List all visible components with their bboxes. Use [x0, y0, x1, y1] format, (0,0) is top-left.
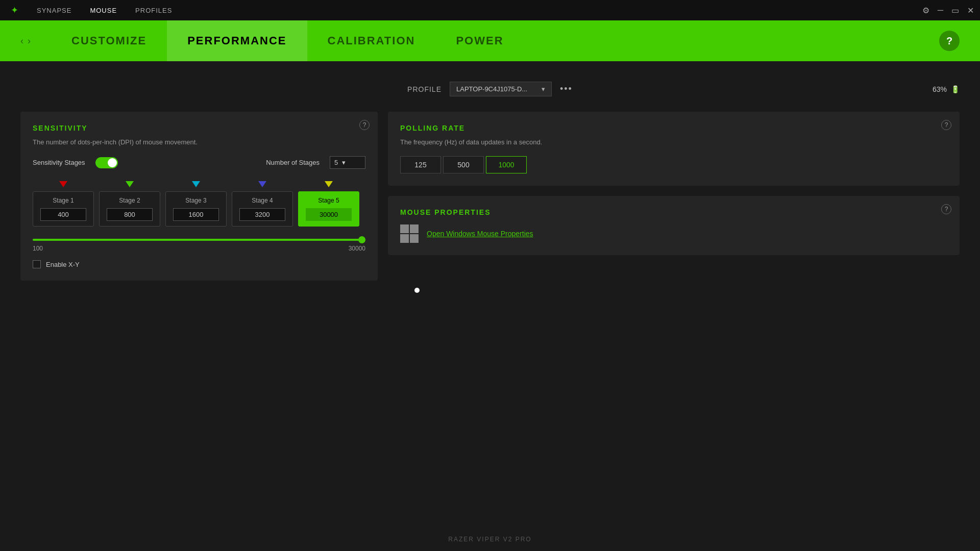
- back-arrow[interactable]: ‹: [20, 36, 23, 46]
- forward-arrow[interactable]: ›: [28, 36, 31, 46]
- profile-more-button[interactable]: •••: [560, 84, 573, 94]
- battery-icon: 🔋: [951, 85, 960, 93]
- stage-1-label: Stage 1: [38, 197, 88, 204]
- stage-3-input[interactable]: [173, 208, 219, 221]
- stage-5-indicator: [325, 181, 333, 187]
- stage-4-input[interactable]: [239, 208, 285, 221]
- open-mouse-properties-link[interactable]: Open Windows Mouse Properties: [427, 230, 533, 238]
- title-bar: ✦ SYNAPSE MOUSE PROFILES ⚙ ─ ▭ ✕: [0, 0, 980, 20]
- minimize-icon[interactable]: ─: [938, 6, 943, 15]
- stage-3-box[interactable]: Stage 3: [165, 191, 227, 227]
- razer-logo: ✦: [6, 2, 22, 18]
- settings-icon[interactable]: ⚙: [922, 6, 929, 15]
- nav-mouse[interactable]: MOUSE: [86, 5, 121, 16]
- stage-item-4: Stage 4: [232, 181, 293, 227]
- mouse-props-help-icon[interactable]: ?: [941, 204, 951, 214]
- tab-performance[interactable]: PERFORMANCE: [167, 20, 307, 61]
- num-stages-select[interactable]: 5 ▾: [330, 156, 365, 169]
- nav-arrows: ‹ ›: [20, 36, 31, 46]
- stage-5-input[interactable]: [306, 208, 352, 221]
- main-content: PROFILE LAPTOP-9C4J1075-D... ▾ ••• 63% 🔋…: [0, 61, 980, 291]
- toggle-knob: [108, 158, 117, 167]
- footer: RAZER VIPER V2 PRO: [448, 536, 531, 543]
- windows-quad-4: [410, 234, 419, 243]
- stage-item-2: Stage 2: [99, 181, 160, 227]
- stage-4-indicator: [258, 181, 266, 187]
- stage-4-label: Stage 4: [237, 197, 287, 204]
- sensitivity-panel: ? SENSITIVITY The number of dots-per-inc…: [20, 112, 378, 281]
- slider-max-label: 30000: [349, 245, 365, 252]
- stage-2-label: Stage 2: [105, 197, 155, 204]
- sensitivity-title: SENSITIVITY: [33, 124, 365, 132]
- sensitivity-help-icon[interactable]: ?: [359, 120, 370, 130]
- num-stages-label: Number of Stages: [266, 159, 320, 166]
- enable-xy-label: Enable X-Y: [46, 261, 80, 268]
- sensitivity-description: The number of dots-per-inch (DPI) of mou…: [33, 138, 365, 146]
- windows-quad-3: [400, 234, 409, 243]
- window-controls: ⚙ ─ ▭ ✕: [922, 6, 974, 15]
- stage-1-indicator: [59, 181, 67, 187]
- stage-5-label: Stage 5: [304, 197, 354, 204]
- profile-value: LAPTOP-9C4J1075-D...: [456, 85, 527, 93]
- stage-item-1: Stage 1: [33, 181, 94, 227]
- stages-toggle[interactable]: [95, 157, 118, 168]
- nav-synapse[interactable]: SYNAPSE: [33, 5, 76, 16]
- stage-4-box[interactable]: Stage 4: [232, 191, 293, 227]
- stage-3-indicator: [192, 181, 200, 187]
- profile-label: PROFILE: [407, 85, 442, 93]
- device-name: RAZER VIPER V2 PRO: [448, 536, 531, 543]
- tab-calibration[interactable]: CALIBRATION: [307, 20, 436, 61]
- chevron-down-icon: ▾: [542, 85, 545, 93]
- slider-fill: [33, 239, 360, 241]
- profile-bar: PROFILE LAPTOP-9C4J1075-D... ▾ ••• 63% 🔋: [20, 71, 960, 107]
- stage-3-label: Stage 3: [171, 197, 221, 204]
- windows-quad-2: [410, 224, 419, 233]
- battery-info: 63% 🔋: [933, 85, 960, 93]
- num-stages-chevron: ▾: [342, 159, 346, 166]
- enable-xy-checkbox[interactable]: [33, 260, 41, 268]
- stage-2-box[interactable]: Stage 2: [99, 191, 160, 227]
- polling-title: POLLING RATE: [400, 124, 947, 132]
- stage-2-input[interactable]: [107, 208, 153, 221]
- polling-btn-125[interactable]: 125: [400, 156, 441, 173]
- polling-buttons: 125 500 1000: [400, 156, 947, 173]
- svg-text:✦: ✦: [11, 5, 18, 15]
- nav-profiles[interactable]: PROFILES: [131, 5, 176, 16]
- right-panels: ? POLLING RATE The frequency (Hz) of dat…: [388, 112, 960, 281]
- tab-power[interactable]: POWER: [435, 20, 524, 61]
- sensitivity-controls: Sensitivity Stages Number of Stages 5 ▾: [33, 156, 365, 169]
- profile-dropdown[interactable]: LAPTOP-9C4J1075-D... ▾: [450, 82, 552, 96]
- stages-label: Sensitivity Stages: [33, 159, 85, 166]
- mouse-props-title: MOUSE PROPERTIES: [400, 208, 947, 216]
- num-stages-value: 5: [334, 159, 338, 166]
- stage-5-box[interactable]: Stage 5: [298, 191, 359, 227]
- slider-labels: 100 30000: [33, 245, 365, 252]
- polling-btn-1000[interactable]: 1000: [486, 156, 527, 173]
- polling-description: The frequency (Hz) of data updates in a …: [400, 138, 947, 146]
- slider-thumb[interactable]: [358, 236, 365, 243]
- stages-row: Stage 1 Stage 2 Stage 3: [33, 181, 365, 227]
- slider-container: 100 30000: [33, 239, 365, 252]
- polling-btn-500[interactable]: 500: [443, 156, 484, 173]
- tab-bar: ‹ › CUSTOMIZE PERFORMANCE CALIBRATION PO…: [0, 20, 980, 61]
- help-button[interactable]: ?: [939, 31, 960, 51]
- stage-1-input[interactable]: [40, 208, 86, 221]
- windows-icon: [400, 224, 419, 243]
- stage-item-5: Stage 5: [298, 181, 359, 227]
- polling-panel: ? POLLING RATE The frequency (Hz) of dat…: [388, 112, 960, 186]
- panels: ? SENSITIVITY The number of dots-per-inc…: [20, 112, 960, 281]
- windows-link-row: Open Windows Mouse Properties: [400, 224, 947, 243]
- windows-quad-1: [400, 224, 409, 233]
- slider-min-label: 100: [33, 245, 43, 252]
- battery-percentage: 63%: [933, 85, 947, 93]
- slider-track[interactable]: [33, 239, 365, 241]
- stage-2-indicator: [126, 181, 134, 187]
- maximize-icon[interactable]: ▭: [951, 6, 959, 15]
- stage-1-box[interactable]: Stage 1: [33, 191, 94, 227]
- stage-item-3: Stage 3: [165, 181, 227, 227]
- enable-xy-row: Enable X-Y: [33, 260, 365, 268]
- close-icon[interactable]: ✕: [967, 6, 974, 15]
- polling-help-icon[interactable]: ?: [941, 120, 951, 130]
- tab-customize[interactable]: CUSTOMIZE: [51, 20, 167, 61]
- mouse-properties-panel: ? MOUSE PROPERTIES Open Windows Mouse Pr…: [388, 196, 960, 255]
